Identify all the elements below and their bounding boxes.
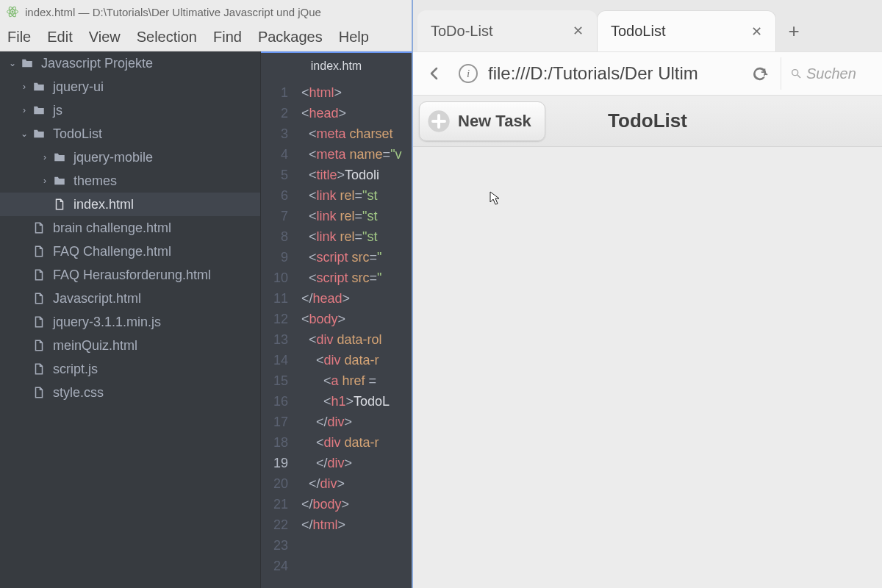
mouse-cursor bbox=[490, 191, 501, 206]
tree-item-label: themes bbox=[74, 173, 117, 189]
browser-tab[interactable]: TodoList✕ bbox=[597, 10, 776, 51]
tree-item-label: style.css bbox=[53, 385, 104, 401]
tree-item-label: script.js bbox=[53, 362, 98, 377]
reload-icon bbox=[752, 65, 768, 82]
tree-item[interactable]: ›jquery-ui bbox=[0, 75, 260, 98]
folder-icon bbox=[53, 174, 66, 187]
code-line: </div> bbox=[301, 473, 412, 494]
editor-window: index.html — D:\Tutorials\Der Ultimative… bbox=[0, 0, 412, 588]
code-line: <body> bbox=[301, 309, 412, 329]
atom-icon bbox=[6, 5, 19, 18]
file-icon bbox=[32, 339, 46, 352]
code-line: </div> bbox=[301, 453, 412, 473]
browser-tab[interactable]: ToDo-List✕ bbox=[417, 10, 597, 51]
line-number: 5 bbox=[261, 165, 288, 185]
line-number: 6 bbox=[261, 185, 288, 206]
line-number: 3 bbox=[261, 123, 288, 144]
tree-item[interactable]: ›themes bbox=[0, 169, 260, 193]
file-icon bbox=[53, 198, 66, 211]
tree-root-label: Javascript Projekte bbox=[41, 56, 153, 71]
tree-item[interactable]: FAQ Herausforderung.html bbox=[0, 263, 260, 287]
line-number: 19 bbox=[261, 453, 288, 473]
folder-icon bbox=[32, 104, 46, 117]
code-editor[interactable]: 123456789101112131415161718192021222324 … bbox=[261, 79, 412, 588]
chevron-icon: ⌄ bbox=[19, 129, 29, 139]
menu-help[interactable]: Help bbox=[339, 29, 369, 46]
tree-item-label: meinQuiz.html bbox=[53, 338, 137, 354]
file-icon bbox=[32, 268, 46, 282]
reload-button[interactable] bbox=[744, 57, 776, 90]
menu-view[interactable]: View bbox=[89, 29, 121, 46]
tree-item[interactable]: jquery-3.1.1.min.js bbox=[0, 310, 260, 334]
tree-item[interactable]: index.html bbox=[0, 193, 260, 216]
url-bar[interactable]: i file:///D:/Tutorials/Der Ultim bbox=[456, 57, 739, 90]
file-icon bbox=[32, 315, 46, 329]
file-tree[interactable]: ⌄ Javascript Projekte ›jquery-ui›js⌄Todo… bbox=[0, 51, 261, 588]
line-number: 12 bbox=[261, 309, 288, 329]
line-number: 1 bbox=[261, 82, 288, 103]
line-number: 16 bbox=[261, 391, 288, 412]
page-content: New Task TodoList bbox=[413, 96, 882, 588]
chevron-down-icon: ⌄ bbox=[7, 58, 18, 68]
tree-item[interactable]: style.css bbox=[0, 381, 260, 404]
editor-titlebar: index.html — D:\Tutorials\Der Ultimative… bbox=[0, 0, 412, 24]
code-line: <meta name="v bbox=[301, 144, 412, 165]
line-gutter: 123456789101112131415161718192021222324 bbox=[261, 79, 294, 576]
line-number: 9 bbox=[261, 247, 288, 268]
line-number: 17 bbox=[261, 412, 288, 432]
editor-title: index.html — D:\Tutorials\Der Ultimative… bbox=[25, 6, 321, 18]
new-task-label: New Task bbox=[458, 112, 531, 131]
tree-item-label: FAQ Challenge.html bbox=[53, 244, 171, 259]
menu-packages[interactable]: Packages bbox=[258, 29, 323, 46]
chevron-icon: › bbox=[40, 152, 50, 162]
close-icon[interactable]: ✕ bbox=[751, 24, 762, 40]
tree-item-label: jquery-3.1.1.min.js bbox=[53, 315, 161, 330]
new-task-button[interactable]: New Task bbox=[419, 101, 545, 141]
tree-item[interactable]: brain challenge.html bbox=[0, 216, 260, 240]
code-line: <script src=" bbox=[301, 247, 412, 268]
line-number: 20 bbox=[261, 473, 288, 494]
tree-item[interactable]: FAQ Challenge.html bbox=[0, 240, 260, 263]
menu-find[interactable]: Find bbox=[213, 29, 242, 46]
code-text: <html><head> <meta charset <meta name="v… bbox=[301, 82, 412, 535]
tree-item[interactable]: ›js bbox=[0, 98, 260, 122]
line-number: 21 bbox=[261, 494, 288, 514]
browser-tabstrip: ToDo-List✕TodoList✕+ bbox=[413, 0, 882, 51]
tree-item[interactable]: ⌄TodoList bbox=[0, 122, 260, 146]
editor-tab[interactable]: index.htm bbox=[261, 51, 412, 79]
file-icon bbox=[32, 221, 46, 234]
line-number: 22 bbox=[261, 514, 288, 535]
tree-item-label: Javascript.html bbox=[53, 291, 141, 306]
line-number: 14 bbox=[261, 350, 288, 370]
tree-item-label: FAQ Herausforderung.html bbox=[53, 268, 211, 283]
close-icon[interactable]: ✕ bbox=[573, 23, 584, 39]
line-number: 15 bbox=[261, 370, 288, 391]
tree-item[interactable]: meinQuiz.html bbox=[0, 334, 260, 357]
folder-icon bbox=[21, 57, 34, 70]
code-line: <div data-r bbox=[301, 432, 412, 453]
line-number: 8 bbox=[261, 226, 288, 247]
code-line: <title>Todoli bbox=[301, 165, 412, 185]
folder-icon bbox=[32, 80, 46, 93]
browser-search[interactable]: Suchen bbox=[781, 57, 876, 90]
menu-edit[interactable]: Edit bbox=[47, 29, 72, 46]
code-line: </head> bbox=[301, 288, 412, 309]
tree-item[interactable]: Javascript.html bbox=[0, 287, 260, 310]
menu-file[interactable]: File bbox=[7, 29, 31, 46]
line-number: 4 bbox=[261, 144, 288, 165]
tree-item[interactable]: ›jquery-mobile bbox=[0, 146, 260, 169]
info-icon[interactable]: i bbox=[459, 64, 478, 83]
new-tab-button[interactable]: + bbox=[779, 16, 808, 46]
code-line: <script src=" bbox=[301, 268, 412, 288]
tree-item-label: brain challenge.html bbox=[53, 220, 171, 236]
browser-window: ToDo-List✕TodoList✕+ i file:///D:/Tutori… bbox=[412, 0, 882, 588]
folder-icon bbox=[32, 127, 46, 140]
svg-point-0 bbox=[12, 11, 14, 13]
line-number: 23 bbox=[261, 535, 288, 556]
folder-icon bbox=[53, 151, 66, 164]
search-placeholder: Suchen bbox=[806, 65, 856, 82]
back-button[interactable] bbox=[419, 57, 451, 90]
tree-root[interactable]: ⌄ Javascript Projekte bbox=[0, 51, 260, 75]
menu-selection[interactable]: Selection bbox=[137, 29, 197, 46]
tree-item[interactable]: script.js bbox=[0, 357, 260, 381]
